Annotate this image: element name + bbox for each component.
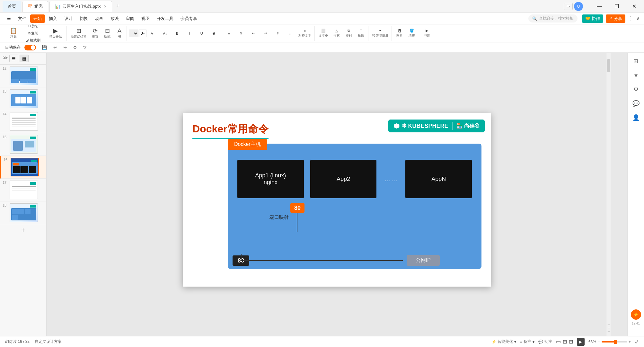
add-tab-button[interactable]: +: [113, 2, 122, 11]
thumbnail-view-button[interactable]: ▦: [20, 55, 29, 62]
slide-thumb-14[interactable]: 14: [0, 110, 46, 133]
image-button[interactable]: 🖼 图片: [394, 26, 405, 40]
autosave-toggle[interactable]: [24, 45, 36, 50]
menu-review[interactable]: 审阅: [123, 14, 137, 23]
play-icon-status: ▶: [577, 338, 585, 346]
menu-transition[interactable]: 切换: [76, 14, 91, 23]
tab-daoke[interactable]: 稻 稻壳: [22, 1, 48, 12]
close-button[interactable]: ✕: [627, 1, 641, 12]
rp-user-button[interactable]: 👤: [630, 112, 642, 123]
menu-animation[interactable]: 动画: [92, 14, 107, 23]
text-direction-button[interactable]: ⇕: [272, 26, 284, 40]
bold-button[interactable]: B: [172, 29, 183, 38]
font-family-select[interactable]: [129, 30, 138, 37]
play-button-status[interactable]: ▶: [577, 338, 585, 346]
slide-thumb-12[interactable]: 12: [0, 65, 46, 87]
format-brush-button[interactable]: 🖌 格式刷: [24, 37, 42, 43]
font-increase-button[interactable]: A↑: [147, 29, 159, 38]
outline-view-button[interactable]: ☰: [9, 55, 18, 62]
zoom-out-button[interactable]: −: [598, 340, 600, 344]
italic-button[interactable]: I: [184, 29, 195, 38]
textbox-button[interactable]: ⬜ 文本框: [317, 26, 330, 40]
more-actions-button[interactable]: ⊙: [71, 44, 79, 50]
zoom-handle[interactable]: [614, 340, 617, 344]
redo-button[interactable]: ⟳ 重置: [89, 26, 101, 40]
font-decrease-button[interactable]: A↓: [159, 29, 171, 38]
smart-shape-button[interactable]: ✦ 转智能图形: [370, 26, 390, 40]
font-style-button[interactable]: A 书: [114, 26, 125, 40]
arrange-button[interactable]: ⧉ 排列: [343, 26, 355, 40]
slide-thumb-15[interactable]: 15: [0, 133, 46, 156]
menu-start[interactable]: 开始: [30, 14, 45, 23]
menu-view[interactable]: 视图: [138, 14, 153, 23]
share-button[interactable]: ↗ 分享: [606, 14, 625, 23]
sidebar-toggle-button[interactable]: ≫: [3, 55, 8, 62]
rp-settings-button[interactable]: ⚙: [630, 84, 642, 95]
menu-devtools[interactable]: 开发工具: [154, 14, 177, 23]
slide-thumb-13[interactable]: 13: [0, 87, 46, 110]
font-icon: A: [118, 28, 121, 34]
more-menu-button[interactable]: ⋮: [628, 15, 634, 22]
redo-button-as[interactable]: ↪: [61, 44, 69, 50]
rp-orange-button[interactable]: ⚡: [631, 309, 641, 320]
tab-pptx[interactable]: 📊 云原生入门实战.pptx ✕: [49, 1, 112, 12]
collaborate-button[interactable]: 🤝 协作: [582, 14, 603, 23]
menu-insert[interactable]: 插入: [46, 14, 60, 23]
menu-vip[interactable]: 会员专享: [177, 14, 200, 23]
present-button[interactable]: ▶ 演讲: [421, 26, 433, 40]
bullet-list-button[interactable]: ≡: [223, 26, 235, 40]
menu-hamburger[interactable]: ☰: [4, 15, 14, 22]
vertical-scrollbar[interactable]: ⋮⋮⋮: [606, 53, 611, 336]
minimize-button[interactable]: —: [592, 1, 607, 12]
zoom-in-button[interactable]: +: [629, 340, 631, 344]
tab-home[interactable]: 首页: [3, 1, 21, 12]
maximize-button[interactable]: ❐: [609, 1, 624, 12]
font-size-input[interactable]: 0 ▾: [139, 30, 146, 37]
menu-design[interactable]: 设计: [61, 14, 76, 23]
smart-beautify-button[interactable]: ⚡ 智能美化 ▾: [491, 339, 516, 344]
save-icon[interactable]: 💾: [40, 44, 49, 50]
font-size-dropdown-icon[interactable]: ▾: [143, 31, 145, 36]
close-tab-icon[interactable]: ✕: [104, 4, 107, 9]
layout-button[interactable]: ⊟ 版式: [101, 26, 113, 40]
zoom-slider-area[interactable]: − +: [598, 340, 631, 344]
numbered-list-button[interactable]: ⊜: [235, 26, 247, 40]
slide-content[interactable]: Docker常用命令 ❄ KUBESPHERE 🏪 尚硅谷 Docker: [183, 113, 491, 287]
underline-button[interactable]: U: [196, 29, 207, 38]
comment-button[interactable]: 💬 批注: [538, 339, 552, 344]
shape-button[interactable]: △ 形状: [331, 26, 342, 40]
search-box[interactable]: 🔍 查找命令、搜索模板: [528, 14, 578, 22]
grid-view-button[interactable]: ⊞: [563, 339, 567, 345]
user-avatar[interactable]: U: [574, 2, 583, 11]
slide-thumb-18[interactable]: 18: [0, 201, 46, 224]
outline-button[interactable]: ◻ 轮廓: [355, 26, 367, 40]
play-button[interactable]: ▶ 当页开始: [46, 26, 65, 40]
zoom-slider[interactable]: [602, 341, 627, 343]
rp-star-button[interactable]: ★: [630, 69, 642, 81]
reading-view-button[interactable]: ⊟: [569, 339, 573, 345]
line-spacing-button[interactable]: ↕: [284, 26, 296, 40]
menu-slideshow[interactable]: 放映: [107, 14, 122, 23]
align-text-button[interactable]: ≡ 对齐文本: [296, 26, 313, 40]
rp-chat-button[interactable]: 💬: [630, 98, 642, 109]
cut-button[interactable]: ✂ 剪切: [24, 24, 42, 30]
menu-file[interactable]: 文件: [15, 14, 30, 23]
strikethrough-button[interactable]: S: [208, 29, 220, 38]
slide-thumb-16[interactable]: 16: [0, 156, 46, 179]
new-slide-button[interactable]: ⊞ 新建幻灯片: [69, 26, 89, 40]
normal-view-button[interactable]: ▭: [556, 339, 561, 345]
copy-button[interactable]: ⧉ 复制: [24, 30, 42, 37]
undo-button[interactable]: ↩: [51, 44, 59, 50]
indent-decrease-button[interactable]: ⇤: [248, 26, 259, 40]
window-layout-icon[interactable]: ▭: [564, 3, 573, 10]
notes-button[interactable]: ≡ 备注 ▾: [520, 339, 534, 344]
rp-layout-button[interactable]: ⊞: [630, 55, 642, 67]
collapse-button[interactable]: ∧: [636, 15, 640, 22]
slide-thumb-17[interactable]: 17: [0, 179, 46, 201]
dropdown-button[interactable]: ▽: [81, 44, 88, 50]
fill-button[interactable]: 🪣 填充: [406, 26, 418, 40]
fullscreen-button[interactable]: ⤢: [635, 339, 639, 345]
indent-increase-button[interactable]: ⇥: [260, 26, 271, 40]
add-slide-button[interactable]: +: [0, 224, 46, 236]
paste-button[interactable]: 📋 粘贴: [4, 26, 23, 40]
